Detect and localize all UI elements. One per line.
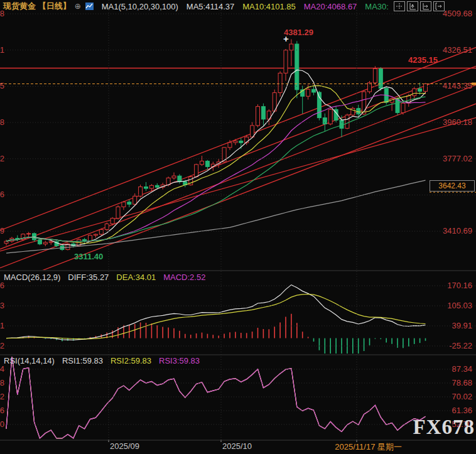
axis-label: 39.91 — [452, 321, 472, 330]
candle-body — [234, 141, 237, 143]
rsi1-value: RSI1:59.83 — [62, 356, 103, 365]
time-axis[interactable]: 2025/092025/102025/11/17 星期一 — [0, 440, 476, 454]
candle-body — [418, 89, 422, 91]
axis-label-left-stub: 78.68 — [0, 378, 4, 387]
macd-diff-value: DIFF:35.27 — [68, 273, 109, 282]
ma30-value: MA30: — [365, 2, 389, 11]
candle-body — [205, 161, 209, 167]
candle-body — [379, 68, 382, 88]
candle-body — [413, 89, 416, 95]
rsi3-value: RSI3:59.83 — [159, 356, 200, 365]
candle-body — [289, 44, 293, 50]
low-price-label: 3311.40 — [74, 252, 103, 261]
ma5-value: MA5:4114.37 — [187, 2, 234, 11]
main-panel[interactable] — [0, 39, 476, 286]
ma-settings-label[interactable]: MA1(5,10,20,30,100) — [102, 2, 178, 11]
scale-x-axis-icon[interactable] — [420, 1, 431, 11]
candle-body — [295, 44, 299, 90]
candle-body — [284, 50, 288, 73]
axis-label: 78.68 — [452, 378, 472, 387]
macd-header: MACD(26,12,9) DIFF:35.27 DEA:34.01 MACD:… — [4, 273, 205, 282]
axis-label-left-stub: 61.36 — [0, 406, 4, 415]
gridlines — [0, 0, 476, 442]
candle-body — [4, 241, 8, 243]
axis-label: 3777.02 — [443, 154, 472, 163]
price-alert-tag[interactable]: 3642.43 — [430, 180, 475, 192]
candle-body — [99, 230, 103, 235]
rsi-panel[interactable] — [6, 357, 426, 438]
watermark: FX678 — [413, 416, 475, 439]
axis-label-left-stub: 105.03 — [0, 301, 4, 310]
candle-body — [178, 176, 181, 181]
last-price-tick — [472, 83, 476, 85]
candle-body — [312, 89, 316, 92]
axis-label: 4143.35 — [443, 81, 472, 90]
macd-value: MACD:2.52 — [163, 273, 205, 282]
candle-body — [373, 68, 377, 82]
chart-header: 现货黄金 【日线】 ⊕ MA1(5,10,20,30,100) MA5:4114… — [3, 1, 389, 12]
candle-body — [345, 115, 349, 128]
chart-canvas[interactable]: 4509.684509.684326.514326.514143.354143.… — [0, 0, 476, 454]
candle-body — [155, 185, 159, 187]
axis-label-left-stub: 170.16 — [0, 281, 4, 290]
ma100-line — [6, 180, 426, 253]
rsi-header: RSI(14,14,14) RSI1:59.83 RSI2:59.83 RSI3… — [4, 356, 200, 365]
axis-label-left-stub: 4326.51 — [0, 45, 4, 55]
expand-icon[interactable]: ⊕ — [75, 2, 81, 11]
chart-toolbar — [394, 1, 445, 11]
candle-body — [94, 234, 97, 235]
rsi2-value: RSI2:59.83 — [111, 356, 151, 365]
trendline[interactable] — [0, 66, 476, 249]
scale-y-axis-icon[interactable] — [407, 1, 418, 11]
trading-app-window: { "header": { "symbol": "现货黄金", "period"… — [0, 0, 476, 454]
axis-label: 70.02 — [452, 392, 472, 401]
candle-body — [195, 165, 198, 177]
time-axis-label[interactable]: 2025/09 — [110, 441, 139, 451]
macd-dea-line — [6, 295, 426, 339]
candles[interactable] — [4, 39, 428, 251]
macd-panel[interactable] — [6, 285, 426, 354]
candle-body — [122, 202, 126, 207]
candle-body — [133, 196, 137, 204]
candle-body — [49, 242, 53, 242]
macd-dea-value: DEA:34.01 — [116, 273, 156, 282]
candle-body — [228, 143, 232, 148]
time-axis-label[interactable]: 2025/10 — [222, 441, 252, 451]
axis-label-left-stub: 39.91 — [0, 321, 4, 330]
axis-label: -25.22 — [449, 341, 472, 350]
macd-params-label[interactable]: MACD(26,12,9) — [4, 273, 60, 282]
candle-body — [200, 161, 204, 165]
time-axis-label[interactable]: 2025/11/17 星期一 — [335, 441, 402, 453]
chart-type-icon[interactable] — [85, 3, 94, 10]
axis-label: 61.36 — [452, 406, 472, 415]
candle-body — [401, 103, 405, 112]
candle-body — [105, 224, 109, 229]
candle-body — [261, 107, 265, 119]
pan-right-icon[interactable] — [433, 1, 445, 11]
candle-body — [27, 234, 31, 234]
candle-body — [43, 242, 47, 244]
macd-diff-line — [6, 285, 426, 340]
candle-body — [362, 92, 366, 114]
candle-body — [127, 202, 131, 204]
candle-body — [278, 73, 282, 92]
axis-label: 170.16 — [447, 281, 472, 290]
axis-label-left-stub: 3960.18 — [0, 117, 4, 127]
rsi-params-label[interactable]: RSI(14,14,14) — [4, 356, 55, 365]
axis-label-left-stub: 4143.35 — [0, 81, 4, 90]
candle-body — [111, 219, 114, 224]
candle-body — [323, 118, 327, 124]
trendline[interactable] — [0, 47, 476, 230]
axis-label-left-stub: -25.22 — [0, 341, 4, 350]
peak-marker-icon: + — [283, 33, 289, 44]
axis-label: 105.03 — [447, 301, 472, 310]
crosshair-icon[interactable] — [394, 1, 405, 11]
candle-body — [340, 120, 343, 128]
ma10-value: MA10:4101.85 — [242, 2, 296, 11]
candle-body — [424, 84, 428, 92]
axis-label-left-stub: 3777.02 — [0, 154, 4, 163]
axis-label: 3410.69 — [443, 226, 472, 235]
axis-label: 3960.18 — [443, 117, 472, 127]
candle-body — [172, 176, 176, 178]
candle-body — [116, 207, 120, 218]
